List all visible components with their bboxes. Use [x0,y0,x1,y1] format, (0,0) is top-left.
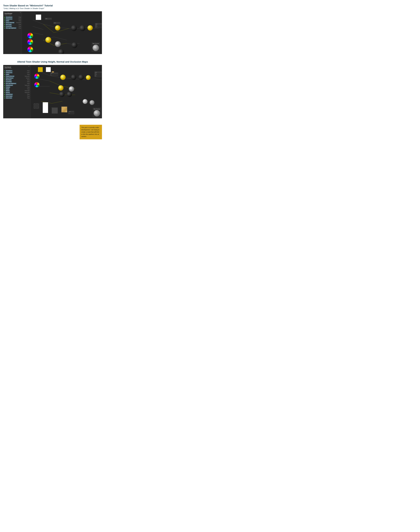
prop-cutoff-2[interactable]: Cut-off Rim Float [3,81,30,83]
svg-line-0 [33,20,43,24]
white-sphere-2 [83,99,88,104]
prop-offset-1[interactable]: Offset Float [3,20,22,22]
prop-label: Tinting Color [6,72,13,73]
tooltip-text: This part is currently under development… [81,127,99,137]
graph-node: Node [53,22,60,24]
svg-line-24 [94,79,102,80]
prop-dot [4,20,5,21]
sidebar-header-2: ToonSand + Shader Graphs [3,66,30,69]
white-square-bottom [43,102,48,108]
prop-cutoff-1[interactable]: Cut-off Rim Float [3,25,22,27]
prop-texture-2[interactable]: Texture (Normal) Texture2D [3,75,30,77]
prop-rimbrightness-1[interactable]: Rim Light Brightness Float [3,27,22,29]
yellow-sphere-2c [86,75,91,80]
prop-type: Float [27,86,30,88]
master-node-2: Master AlbedoNormalEmissionMetalHeight [94,71,102,77]
prop-tinting-1[interactable]: Tinting Color Color [3,18,22,20]
black-sphere-1 [71,25,77,31]
sidebar-2: ToonSand + Shader Graphs Smoothness Floa… [3,65,30,118]
preview-label-2: Main Preview [94,109,100,110]
right-node-1: Master AlbedoNormalEmissionMetal [95,23,102,28]
prop-label: Texture (Normal) [6,22,15,23]
prop-dot [4,87,5,88]
prop-smoothness-2[interactable]: Smoothness Float [3,70,30,72]
svg-line-10 [54,37,67,40]
black-sphere-bottom [58,49,64,54]
white-square-node-1 [36,14,41,20]
sidebar-title-1: ToonShader [4,13,12,14]
sidebar-subtitle-2: Shader Graphs [4,68,29,69]
prop-rimbrightness-2[interactable]: Rim Light Brightness Float [3,83,30,84]
prop-label: Albedo [6,90,10,91]
prop-dot [4,92,5,93]
prop-label: AlbedoPower [6,94,13,95]
black-sphere-2a [71,75,76,80]
prop-dot [4,78,5,79]
gray-sphere-2 [69,86,74,92]
prop-label: Cut-off Rim [6,26,12,27]
prop-type: Float [27,94,30,95]
prop-tinting-2[interactable]: Tinting Color Color [3,72,30,73]
prop-type: Float [19,17,21,18]
prop-height[interactable]: Height Float [3,88,30,90]
yellow-sphere-2a [60,75,66,80]
prop-albedo[interactable]: Albedo Texture2D [3,90,30,92]
prop-dot [4,81,5,82]
prop-label: Offset [6,74,10,75]
prop-normal[interactable]: Normal Texture2D [3,92,30,94]
color-wheel-1 [27,33,33,39]
prop-label: Normal [6,92,10,93]
prop-type: Float [19,28,21,29]
prop-label: Smoothness [6,70,13,71]
gray-sphere [55,41,61,47]
prop-dot [4,72,5,73]
sidebar-header-1: ToonShader + Shader Graphs [3,12,22,16]
prop-dot [4,24,5,25]
color-wheel-2b [34,82,40,87]
sidebar-title-2: ToonSand [4,66,11,68]
black-sphere-2c [67,92,72,97]
prop-type: Texture2D [25,92,30,93]
prop-type: Float [27,74,30,75]
prop-type: Texture2D [16,22,21,23]
svg-line-18 [39,79,50,81]
prop-noisescale[interactable]: Noise Scale Float [3,97,30,99]
prop-label: Texture (Normal) [6,76,15,77]
svg-line-30 [52,101,62,103]
prop-dot [4,89,5,89]
prop-texture-1[interactable]: Texture (Normal) Texture2D [3,22,22,24]
prop-label: Smoothness [6,16,13,18]
prop-contras[interactable]: Contras Float [3,86,30,88]
prop-albedopower[interactable]: AlbedoPower Float [3,94,30,95]
yellow-sphere-2 [45,37,51,43]
prop-type: Texture2D [25,90,30,91]
prop-label: Rim Light Brightness [6,27,16,29]
prop-dot [4,19,5,19]
prop-dot [4,70,5,71]
prop-offset-2[interactable]: Offset Float [3,73,30,75]
prop-dot [4,17,5,18]
sidebar-add-btn-1[interactable]: + [20,12,21,14]
yellow-sphere-3 [88,25,93,30]
prop-dot [4,22,5,23]
bottom-node: Node InOut [68,111,74,114]
graph-area-2[interactable]: Node InOut Master AlbedoNormalEmissionMe… [30,65,102,118]
prop-label: Rim Power [6,79,12,81]
sidebar-add-btn-2[interactable]: + [29,65,29,67]
prop-label: Noise Height [6,96,13,97]
section2-title: Altered Toon Shader Using Height, Normal… [3,60,102,63]
prop-sizetexture-2[interactable]: Size of Texture Vector2 [3,77,30,79]
black-sphere-3 [72,42,77,48]
prop-displacement[interactable]: Displacement Texture2D [3,84,30,86]
graph-area-1[interactable]: Node Node [22,11,102,54]
sidebar-subtitle-1: Shader Graphs [4,14,21,15]
graph-node-2a: Node InOut [50,72,58,76]
prop-smoothness-1[interactable]: Smoothness Float [3,16,22,18]
prop-rimpower-1[interactable]: Rim Power Float [3,24,22,25]
prop-label: Rim Light Brightness [6,83,16,84]
prop-type: Float [27,83,30,84]
prop-rimpower-2[interactable]: Rim Power Float [3,79,30,81]
checkered-texture [52,108,58,113]
development-tooltip: This part is currently under development… [80,125,102,139]
prop-noiseheight[interactable]: Noise Height Float [3,95,30,97]
